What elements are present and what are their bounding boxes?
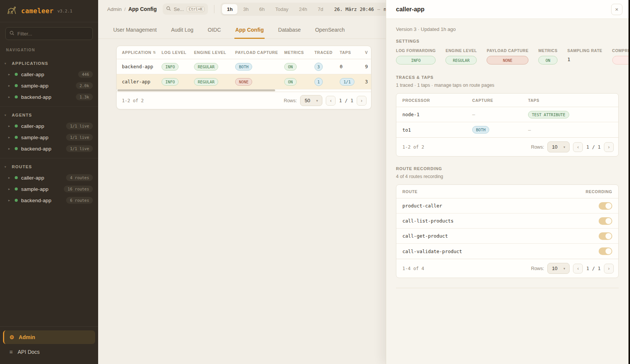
prev-page-button[interactable]: ‹ xyxy=(573,264,583,273)
detail-panel-caller-app: caller-app × Version 3 · Updated 1h ago … xyxy=(386,0,628,364)
time-range-3h[interactable]: 3h xyxy=(238,4,253,14)
time-range-1h[interactable]: 1h xyxy=(222,4,237,14)
col-taps: TAPS xyxy=(528,98,612,103)
sidebar-item-admin[interactable]: ⚙ Admin xyxy=(3,330,95,344)
recording-toggle-on[interactable] xyxy=(599,202,612,210)
chevron-down-icon: ▾ xyxy=(5,62,6,65)
rows-per-page-select[interactable]: 10 ▾ xyxy=(547,141,570,152)
status-dot xyxy=(15,147,18,150)
filter-input[interactable] xyxy=(17,31,89,37)
sidebar-item-sample-app-routes[interactable]: ▸ sample-app 16 routes xyxy=(0,183,98,195)
group-header-agents[interactable]: ▾ AGENTS xyxy=(0,110,98,120)
scrollbar-thumb[interactable] xyxy=(117,89,275,91)
chevron-right-icon: ▸ xyxy=(8,147,11,151)
sidebar-item-backend-app[interactable]: ▸ backend-app 1.3k xyxy=(0,91,98,103)
field-metrics: METRICS ON xyxy=(538,48,558,65)
recording-header-row: ROUTE RECORDING xyxy=(396,185,618,198)
close-panel-button[interactable]: × xyxy=(611,4,622,15)
group-header-applications[interactable]: ▾ APPLICATIONS xyxy=(0,58,98,69)
prev-page-button[interactable]: ‹ xyxy=(573,142,583,152)
col-recording: RECORDING xyxy=(586,189,612,194)
table-row-backend-app[interactable]: backend-app INFO REGULAR BOTH ON 3 0 9 xyxy=(117,59,371,74)
group-header-routes[interactable]: ▾ ROUTES xyxy=(0,161,98,172)
screen-edge-strip xyxy=(628,0,630,364)
api-docs-label: API Docs xyxy=(18,349,40,355)
cell-application: caller-app xyxy=(122,79,162,84)
recording-toggle-on[interactable] xyxy=(599,247,612,255)
routes-badge: 4 routes xyxy=(66,174,93,181)
recording-row-call-validate-product: call-validate-product xyxy=(396,244,618,259)
chevron-down-icon: ▾ xyxy=(5,114,6,117)
table-row-caller-app[interactable]: caller-app INFO REGULAR NONE ON 1 1/1 3 xyxy=(117,74,371,89)
rows-per-page-select[interactable]: 10 ▾ xyxy=(547,263,570,274)
status-dot xyxy=(15,95,18,98)
sidebar-filter[interactable] xyxy=(5,27,93,40)
traces-row-to1[interactable]: to1 BOTH — xyxy=(396,122,618,137)
chevron-right-icon: ▸ xyxy=(8,176,11,180)
breadcrumb-parent[interactable]: Admin xyxy=(107,6,122,12)
time-range-24h[interactable]: 24h xyxy=(294,4,312,14)
sidebar-item-caller-app-routes[interactable]: ▸ caller-app 4 routes xyxy=(0,172,98,183)
logo-row: cameleer v3.2.1 xyxy=(0,0,98,22)
prev-page-button[interactable]: ‹ xyxy=(326,96,336,106)
col-taps: TAPS xyxy=(340,50,365,55)
chevron-right-icon: ▸ xyxy=(8,95,11,99)
item-label: backend-app xyxy=(21,146,63,152)
sidebar-item-sample-app-agent[interactable]: ▸ sample-app 1/1 live xyxy=(0,132,98,143)
global-search-button[interactable]: Se... Ctrl+K xyxy=(163,3,208,15)
col-route: ROUTE xyxy=(402,189,417,194)
traced-badge: 3 xyxy=(314,63,323,71)
tab-audit-log[interactable]: Audit Log xyxy=(170,22,194,38)
traces-row-node-1[interactable]: node-1 — TEST ATTRIBUTE xyxy=(396,107,618,122)
tab-user-management[interactable]: User Management xyxy=(112,22,157,38)
date-start: 26. März 20:46 xyxy=(334,6,374,12)
sidebar-item-api-docs[interactable]: ≡ API Docs xyxy=(3,344,95,359)
settings-fields: LOG FORWARDING INFO ENGINE LEVEL REGULAR… xyxy=(396,48,619,65)
traces-subtext: 1 traced · 1 taps · manage taps on route… xyxy=(396,83,619,88)
time-range-7d[interactable]: 7d xyxy=(313,4,328,14)
next-page-button[interactable]: › xyxy=(604,142,614,152)
taps-badge: 1/1 xyxy=(340,78,354,86)
routes-badge: 6 routes xyxy=(66,197,93,204)
cell-processor: node-1 xyxy=(402,112,472,117)
count-badge: 446 xyxy=(78,71,93,78)
sidebar-group-routes: ▾ ROUTES ▸ caller-app 4 routes ▸ sample-… xyxy=(0,158,98,210)
sidebar-item-caller-app[interactable]: ▸ caller-app 446 xyxy=(0,69,98,80)
sidebar-group-applications: ▾ APPLICATIONS ▸ caller-app 446 ▸ sample… xyxy=(0,55,98,106)
next-page-button[interactable]: › xyxy=(357,96,367,106)
sidebar-item-caller-app-agent[interactable]: ▸ caller-app 1/1 live xyxy=(0,120,98,132)
tab-opensearch[interactable]: OpenSearch xyxy=(314,22,346,38)
traces-heading: TRACES & TAPS xyxy=(396,75,619,80)
nav-section-label: NAVIGATION xyxy=(0,45,98,55)
page-indicator: 1 / 1 xyxy=(586,144,601,150)
tab-app-config[interactable]: App Config xyxy=(234,22,264,39)
field-label: PAYLOAD CAPTURE xyxy=(487,48,528,53)
rows-label: Rows: xyxy=(531,266,544,271)
sidebar-item-sample-app[interactable]: ▸ sample-app 2.0k xyxy=(0,80,98,91)
cell-taps: 0 xyxy=(340,64,365,69)
sidebar-item-backend-app-routes[interactable]: ▸ backend-app 6 routes xyxy=(0,195,98,206)
tab-oidc[interactable]: OIDC xyxy=(207,22,222,38)
rows-per-page-select[interactable]: 50 ▾ xyxy=(300,95,322,106)
col-application[interactable]: APPLICATION ⇅ xyxy=(122,50,162,55)
breadcrumb-separator: / xyxy=(124,6,126,12)
field-sampling-rate: SAMPLING RATE 1 xyxy=(567,48,602,65)
sidebar-spacer xyxy=(0,210,98,326)
recording-toggle-on[interactable] xyxy=(599,232,612,240)
cell-version: 3 xyxy=(365,79,371,84)
table-header-row: APPLICATION ⇅ LOG LEVEL ENGINE LEVEL PAY… xyxy=(117,46,371,59)
cell-route: product-caller xyxy=(402,203,442,209)
traces-table: PROCESSOR CAPTURE TAPS node-1 — TEST ATT… xyxy=(396,93,619,157)
time-range-6h[interactable]: 6h xyxy=(254,4,270,14)
table-footer: 1-2 of 2 Rows: 50 ▾ ‹ 1 / 1 › xyxy=(117,92,371,109)
recording-toggle-on[interactable] xyxy=(599,217,612,225)
tab-database[interactable]: Database xyxy=(277,22,302,38)
time-range-today[interactable]: Today xyxy=(270,4,293,14)
live-badge: 1/1 live xyxy=(66,123,93,129)
next-page-button[interactable]: › xyxy=(604,264,614,273)
col-processor: PROCESSOR xyxy=(402,98,472,103)
sidebar-item-backend-app-agent[interactable]: ▸ backend-app 1/1 live xyxy=(0,143,98,154)
chevron-right-icon: ▸ xyxy=(8,72,11,76)
item-label: caller-app xyxy=(21,123,63,129)
payload-capture-badge: BOTH xyxy=(235,63,252,71)
